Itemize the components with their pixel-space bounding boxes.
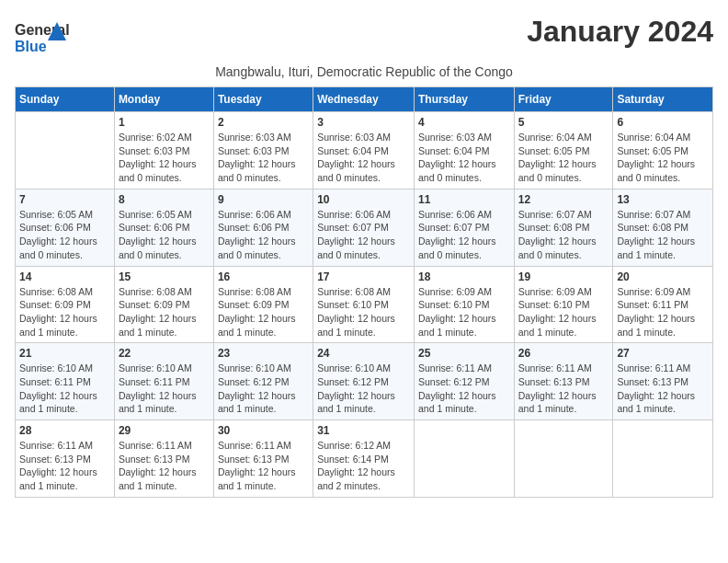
day-detail: Sunrise: 6:09 AM Sunset: 6:11 PM Dayligh… — [617, 285, 709, 339]
calendar-cell: 9Sunrise: 6:06 AM Sunset: 6:06 PM Daylig… — [213, 189, 313, 266]
calendar-cell: 10Sunrise: 6:06 AM Sunset: 6:07 PM Dayli… — [313, 189, 415, 266]
calendar-cell: 15Sunrise: 6:08 AM Sunset: 6:09 PM Dayli… — [114, 266, 213, 343]
day-detail: Sunrise: 6:11 AM Sunset: 6:12 PM Dayligh… — [418, 362, 510, 416]
day-detail: Sunrise: 6:12 AM Sunset: 6:14 PM Dayligh… — [317, 439, 410, 493]
calendar-cell: 11Sunrise: 6:06 AM Sunset: 6:07 PM Dayli… — [414, 189, 514, 266]
day-number: 6 — [617, 116, 709, 129]
day-detail: Sunrise: 6:08 AM Sunset: 6:09 PM Dayligh… — [119, 285, 210, 339]
day-detail: Sunrise: 6:11 AM Sunset: 6:13 PM Dayligh… — [119, 439, 210, 493]
day-number: 10 — [317, 193, 410, 206]
calendar-cell: 30Sunrise: 6:11 AM Sunset: 6:13 PM Dayli… — [213, 420, 313, 498]
calendar-cell: 31Sunrise: 6:12 AM Sunset: 6:14 PM Dayli… — [313, 420, 415, 498]
calendar-cell: 5Sunrise: 6:04 AM Sunset: 6:05 PM Daylig… — [514, 112, 613, 190]
calendar-cell: 22Sunrise: 6:10 AM Sunset: 6:11 PM Dayli… — [114, 343, 213, 420]
calendar-cell: 3Sunrise: 6:03 AM Sunset: 6:04 PM Daylig… — [313, 112, 415, 190]
day-number: 8 — [119, 193, 210, 206]
day-number: 1 — [119, 116, 210, 129]
week-row-1: 1Sunrise: 6:02 AM Sunset: 6:03 PM Daylig… — [16, 112, 713, 190]
day-detail: Sunrise: 6:07 AM Sunset: 6:08 PM Dayligh… — [617, 208, 709, 262]
day-detail: Sunrise: 6:06 AM Sunset: 6:07 PM Dayligh… — [418, 208, 510, 262]
day-number: 22 — [119, 347, 210, 360]
header-wednesday: Wednesday — [313, 87, 415, 112]
calendar-cell — [514, 420, 613, 498]
day-detail: Sunrise: 6:03 AM Sunset: 6:03 PM Dayligh… — [218, 131, 309, 185]
calendar-cell: 7Sunrise: 6:05 AM Sunset: 6:06 PM Daylig… — [16, 189, 115, 266]
calendar-cell — [613, 420, 713, 498]
day-detail: Sunrise: 6:10 AM Sunset: 6:12 PM Dayligh… — [218, 362, 309, 416]
day-number: 30 — [218, 424, 309, 437]
calendar-cell: 13Sunrise: 6:07 AM Sunset: 6:08 PM Dayli… — [613, 189, 713, 266]
header-saturday: Saturday — [613, 87, 713, 112]
week-row-4: 21Sunrise: 6:10 AM Sunset: 6:11 PM Dayli… — [16, 343, 713, 420]
day-detail: Sunrise: 6:05 AM Sunset: 6:06 PM Dayligh… — [19, 208, 110, 262]
day-number: 14 — [19, 270, 110, 283]
day-detail: Sunrise: 6:06 AM Sunset: 6:06 PM Dayligh… — [218, 208, 309, 262]
week-row-3: 14Sunrise: 6:08 AM Sunset: 6:09 PM Dayli… — [16, 266, 713, 343]
day-number: 29 — [119, 424, 210, 437]
day-detail: Sunrise: 6:08 AM Sunset: 6:09 PM Dayligh… — [218, 285, 309, 339]
calendar-cell: 1Sunrise: 6:02 AM Sunset: 6:03 PM Daylig… — [114, 112, 213, 190]
day-detail: Sunrise: 6:04 AM Sunset: 6:05 PM Dayligh… — [518, 131, 609, 185]
week-row-5: 28Sunrise: 6:11 AM Sunset: 6:13 PM Dayli… — [16, 420, 713, 498]
day-detail: Sunrise: 6:04 AM Sunset: 6:05 PM Dayligh… — [617, 131, 709, 185]
day-number: 4 — [418, 116, 510, 129]
day-detail: Sunrise: 6:08 AM Sunset: 6:09 PM Dayligh… — [19, 285, 110, 339]
day-number: 2 — [218, 116, 309, 129]
day-number: 5 — [518, 116, 609, 129]
calendar-cell: 2Sunrise: 6:03 AM Sunset: 6:03 PM Daylig… — [213, 112, 313, 190]
day-number: 26 — [518, 347, 609, 360]
calendar-cell: 6Sunrise: 6:04 AM Sunset: 6:05 PM Daylig… — [613, 112, 713, 190]
day-number: 9 — [218, 193, 309, 206]
day-detail: Sunrise: 6:03 AM Sunset: 6:04 PM Dayligh… — [317, 131, 410, 185]
calendar-cell — [16, 112, 115, 190]
calendar-header-row: SundayMondayTuesdayWednesdayThursdayFrid… — [16, 87, 713, 112]
day-number: 31 — [317, 424, 410, 437]
calendar-cell: 12Sunrise: 6:07 AM Sunset: 6:08 PM Dayli… — [514, 189, 613, 266]
calendar-cell: 16Sunrise: 6:08 AM Sunset: 6:09 PM Dayli… — [213, 266, 313, 343]
logo-icon: General Blue — [15, 15, 70, 61]
calendar-cell: 23Sunrise: 6:10 AM Sunset: 6:12 PM Dayli… — [213, 343, 313, 420]
day-detail: Sunrise: 6:11 AM Sunset: 6:13 PM Dayligh… — [218, 439, 309, 493]
day-number: 16 — [218, 270, 309, 283]
week-row-2: 7Sunrise: 6:05 AM Sunset: 6:06 PM Daylig… — [16, 189, 713, 266]
calendar-cell: 20Sunrise: 6:09 AM Sunset: 6:11 PM Dayli… — [613, 266, 713, 343]
calendar-cell: 25Sunrise: 6:11 AM Sunset: 6:12 PM Dayli… — [414, 343, 514, 420]
day-number: 15 — [119, 270, 210, 283]
calendar-cell — [414, 420, 514, 498]
calendar-cell: 27Sunrise: 6:11 AM Sunset: 6:13 PM Dayli… — [613, 343, 713, 420]
day-detail: Sunrise: 6:06 AM Sunset: 6:07 PM Dayligh… — [317, 208, 410, 262]
page-header: General Blue January 2024 — [15, 15, 713, 61]
day-detail: Sunrise: 6:03 AM Sunset: 6:04 PM Dayligh… — [418, 131, 510, 185]
day-number: 21 — [19, 347, 110, 360]
day-detail: Sunrise: 6:10 AM Sunset: 6:11 PM Dayligh… — [119, 362, 210, 416]
day-detail: Sunrise: 6:07 AM Sunset: 6:08 PM Dayligh… — [518, 208, 609, 262]
header-tuesday: Tuesday — [213, 87, 313, 112]
calendar-cell: 19Sunrise: 6:09 AM Sunset: 6:10 PM Dayli… — [514, 266, 613, 343]
day-number: 23 — [218, 347, 309, 360]
header-friday: Friday — [514, 87, 613, 112]
calendar-cell: 29Sunrise: 6:11 AM Sunset: 6:13 PM Dayli… — [114, 420, 213, 498]
calendar-cell: 14Sunrise: 6:08 AM Sunset: 6:09 PM Dayli… — [16, 266, 115, 343]
day-detail: Sunrise: 6:02 AM Sunset: 6:03 PM Dayligh… — [119, 131, 210, 185]
day-detail: Sunrise: 6:09 AM Sunset: 6:10 PM Dayligh… — [418, 285, 510, 339]
day-detail: Sunrise: 6:08 AM Sunset: 6:10 PM Dayligh… — [317, 285, 410, 339]
day-number: 17 — [317, 270, 410, 283]
day-number: 11 — [418, 193, 510, 206]
day-number: 24 — [317, 347, 410, 360]
header-sunday: Sunday — [16, 87, 115, 112]
day-number: 3 — [317, 116, 410, 129]
day-detail: Sunrise: 6:11 AM Sunset: 6:13 PM Dayligh… — [617, 362, 709, 416]
logo: General Blue — [15, 15, 70, 61]
header-monday: Monday — [114, 87, 213, 112]
calendar-cell: 17Sunrise: 6:08 AM Sunset: 6:10 PM Dayli… — [313, 266, 415, 343]
day-number: 7 — [19, 193, 110, 206]
day-number: 12 — [518, 193, 609, 206]
calendar-cell: 18Sunrise: 6:09 AM Sunset: 6:10 PM Dayli… — [414, 266, 514, 343]
calendar-cell: 21Sunrise: 6:10 AM Sunset: 6:11 PM Dayli… — [16, 343, 115, 420]
day-number: 19 — [518, 270, 609, 283]
day-detail: Sunrise: 6:05 AM Sunset: 6:06 PM Dayligh… — [119, 208, 210, 262]
calendar-cell: 8Sunrise: 6:05 AM Sunset: 6:06 PM Daylig… — [114, 189, 213, 266]
day-number: 28 — [19, 424, 110, 437]
calendar-cell: 24Sunrise: 6:10 AM Sunset: 6:12 PM Dayli… — [313, 343, 415, 420]
day-number: 25 — [418, 347, 510, 360]
